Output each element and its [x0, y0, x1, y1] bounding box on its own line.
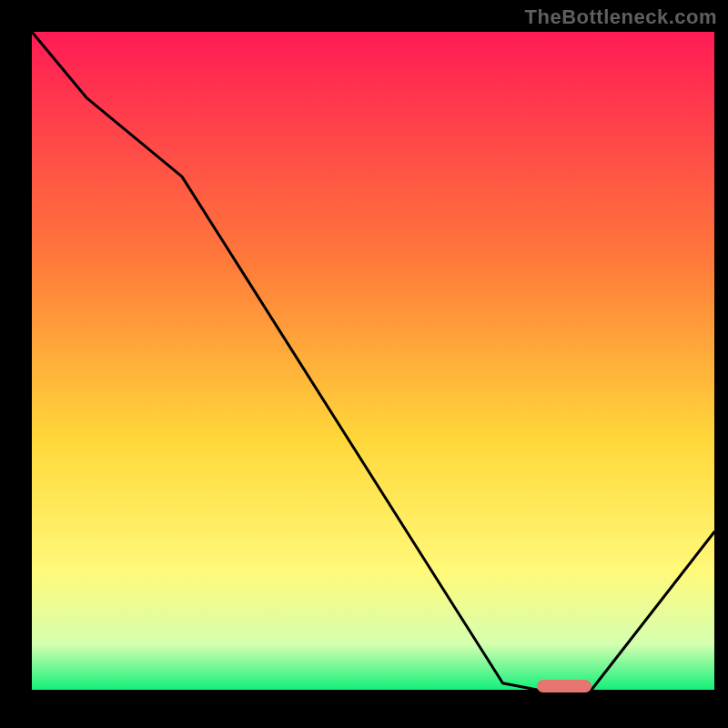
- watermark-text: TheBottleneck.com: [525, 5, 717, 29]
- bottleneck-chart: [0, 0, 728, 728]
- plot-area: [32, 32, 714, 690]
- chart-frame: TheBottleneck.com: [0, 0, 728, 728]
- optimal-range-marker: [537, 680, 592, 693]
